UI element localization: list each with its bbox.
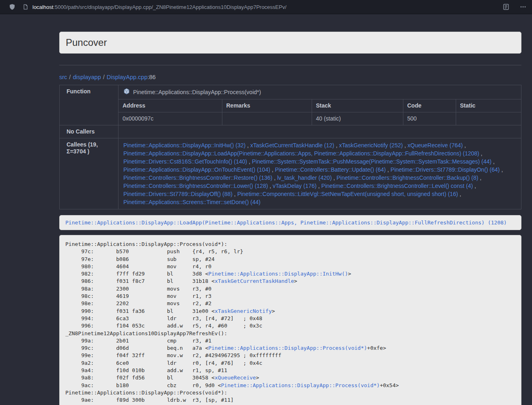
callee-link[interactable]: Pinetime::Applications::DisplayApp::OnTo…	[123, 166, 270, 173]
callers-row: No Callers	[60, 125, 521, 138]
asm-symbol-link[interactable]: Pinetime::Applications::DisplayApp::Proc…	[221, 382, 380, 388]
callee-link[interactable]: Pinetime::Controllers::BrightnessControl…	[336, 174, 478, 181]
disassembly-code: Pinetime::Applications::DisplayApp::Proc…	[65, 241, 515, 405]
app-header-panel: Puncover	[59, 32, 521, 54]
browser-toolbar: localhost:5000/path/src/displayapp/Displ…	[0, 0, 532, 14]
cell-code: 500	[403, 112, 456, 125]
function-row-label: Function	[60, 85, 118, 125]
column-header-address: Address	[118, 99, 222, 112]
asm-symbol-link[interactable]: xQueueReceive	[215, 375, 256, 381]
column-header-remarks: Remarks	[222, 99, 312, 112]
callee-link[interactable]: xQueueReceive (764)	[407, 142, 463, 149]
callee-link[interactable]: Pinetime::Drivers::St7789::DisplayOn() (…	[390, 166, 500, 173]
cell-address: 0x0000097c	[118, 112, 222, 125]
callee-link[interactable]: lv_task_handler (420)	[277, 174, 332, 181]
breadcrumb-separator: /	[69, 74, 71, 80]
reader-mode-icon[interactable]	[503, 4, 509, 10]
url-host: localhost	[32, 4, 53, 10]
callee-link[interactable]: Pinetime::Drivers::Cst816S::GetTouchInfo…	[123, 158, 247, 165]
callees-label: Callees (19, Σ=3704 )	[60, 138, 118, 209]
column-header-code: Code	[403, 99, 456, 112]
function-cube-icon	[123, 88, 130, 96]
breadcrumb-file-link[interactable]: DisplayApp.cpp	[107, 74, 148, 80]
asm-symbol-link[interactable]: Pinetime::Applications::DisplayApp::Init…	[208, 271, 348, 277]
breadcrumb-line-number: :86	[147, 74, 155, 80]
toolbar-actions	[503, 4, 526, 10]
column-header-stack: Stack	[312, 99, 403, 112]
callee-link[interactable]: Pinetime::Controllers::Battery::Update()…	[275, 166, 386, 173]
divider	[59, 65, 521, 65]
callee-link[interactable]: Pinetime::Drivers::St7789::DisplayOff() …	[123, 191, 233, 197]
callee-link[interactable]: xTaskGetCurrentTaskHandle (12)	[250, 142, 334, 149]
callee-link[interactable]: Pinetime::Components::LittleVgl::SetNewT…	[237, 191, 458, 197]
url-path: :5000/path/src/displayapp/DisplayApp.cpp…	[53, 4, 286, 10]
tracking-shield-icon[interactable]	[9, 4, 15, 10]
callees-row: Callees (19, Σ=3704 ) Pinetime::Applicat…	[60, 138, 521, 209]
cell-stack: 40 (static)	[312, 112, 403, 125]
stats-header-row: Address Remarks Stack Code Static	[118, 99, 521, 112]
app-title: Puncover	[66, 37, 515, 48]
callers-cell	[118, 125, 521, 138]
breadcrumb: src/displayapp/DisplayApp.cpp:86	[59, 73, 521, 81]
asm-symbol-link[interactable]: xTaskGetCurrentTaskHandle	[215, 278, 294, 284]
cell-static	[456, 112, 521, 125]
function-symbol-line: Pinetime::Applications::DisplayApp::Proc…	[118, 85, 521, 99]
stats-value-row: 0x0000097c 40 (static) 500	[118, 112, 521, 125]
callee-link[interactable]: Pinetime::Applications::DisplayApp::Load…	[123, 150, 479, 157]
cell-remarks	[222, 112, 312, 125]
url-text: localhost:5000/path/src/displayapp/Displ…	[32, 4, 286, 10]
callee-link[interactable]: Pinetime::System::SystemTask::PushMessag…	[252, 158, 492, 165]
callees-list: Pinetime::Applications::DisplayApp::Init…	[118, 138, 521, 209]
highlighted-symbol-panel: Pinetime::Applications::DisplayApp::Load…	[59, 215, 521, 230]
disassembly-panel: Pinetime::Applications::DisplayApp::Proc…	[59, 235, 521, 405]
page-info-icon[interactable]	[23, 4, 28, 10]
symbol-table: Function Pinetime::Applications::Display…	[59, 85, 521, 209]
function-stats-table: Address Remarks Stack Code Static 0x0000…	[118, 99, 521, 125]
callee-link[interactable]: vTaskDelay (176)	[273, 183, 317, 189]
callee-link[interactable]: xTaskGenericNotify (252)	[339, 142, 403, 149]
breadcrumb-displayapp-link[interactable]: displayapp	[73, 74, 101, 80]
asm-symbol-link[interactable]: Pinetime::Applications::DisplayApp::Proc…	[208, 345, 367, 351]
callee-link[interactable]: Pinetime::Applications::DisplayApp::Init…	[123, 142, 246, 149]
page-content: Puncover src/displayapp/DisplayApp.cpp:8…	[0, 14, 532, 405]
function-row: Function Pinetime::Applications::Display…	[60, 85, 521, 125]
callee-link[interactable]: Pinetime::Applications::Screens::Timer::…	[123, 199, 261, 205]
callee-link[interactable]: Pinetime::Controllers::BrightnessControl…	[321, 183, 473, 189]
asm-symbol-link[interactable]: xTaskGenericNotify	[215, 308, 272, 314]
highlighted-symbol-link[interactable]: Pinetime::Applications::DisplayApp::Load…	[65, 220, 507, 226]
column-header-static: Static	[456, 99, 521, 112]
callee-link[interactable]: Pinetime::Controllers::BrightnessControl…	[123, 174, 272, 181]
function-symbol: Pinetime::Applications::DisplayApp::Proc…	[133, 89, 261, 96]
breadcrumb-src-link[interactable]: src	[59, 74, 67, 80]
menu-kebab-icon[interactable]	[520, 4, 526, 10]
breadcrumb-separator: /	[103, 74, 105, 80]
no-callers-label: No Callers	[60, 125, 118, 138]
callee-link[interactable]: Pinetime::Controllers::BrightnessControl…	[123, 183, 268, 189]
url-bar[interactable]: localhost:5000/path/src/displayapp/Displ…	[23, 4, 503, 10]
